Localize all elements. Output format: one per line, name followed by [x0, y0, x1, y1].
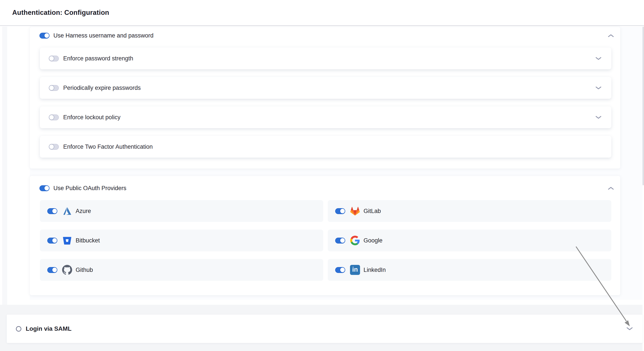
enforce-password-strength-toggle[interactable] — [49, 56, 59, 62]
provider-cell-linkedin: in LinkedIn — [328, 259, 611, 281]
row-label: Enforce lockout policy — [63, 114, 120, 121]
provider-name: Google — [364, 237, 382, 244]
toggle-knob — [49, 85, 54, 91]
toggle-knob — [49, 56, 54, 61]
toggle-knob — [52, 238, 57, 243]
toggle-knob — [44, 33, 50, 38]
chevron-down-icon — [595, 116, 602, 119]
vertical-scrollbar-thumb[interactable] — [642, 26, 644, 185]
chevron-down-icon — [595, 57, 602, 60]
provider-name: Azure — [76, 208, 91, 214]
password-auth-panel: Use Harness username and password Enforc… — [30, 27, 620, 168]
use-public-oauth-toggle[interactable] — [40, 185, 50, 191]
row-label: Enforce Two Factor Authentication — [63, 144, 153, 150]
chevron-up-icon — [608, 186, 614, 190]
oauth-master-row: Use Public OAuth Providers — [40, 182, 611, 194]
enforce-two-factor-toggle[interactable] — [49, 144, 59, 150]
google-icon — [350, 236, 360, 246]
page-title: Authentication: Configuration — [12, 9, 109, 16]
provider-cell-gitlab: GitLab — [328, 200, 611, 222]
oauth-panel-collapse-button[interactable] — [607, 185, 614, 191]
oauth-master-label: Use Public OAuth Providers — [54, 185, 126, 192]
row-expand-button[interactable] — [595, 85, 602, 91]
bitbucket-icon — [62, 236, 72, 246]
google-toggle[interactable] — [335, 238, 345, 244]
row-enforce-two-factor-authentication[interactable]: Enforce Two Factor Authentication — [40, 136, 611, 158]
saml-expand-button[interactable] — [626, 326, 633, 332]
row-enforce-password-strength[interactable]: Enforce password strength — [40, 48, 611, 69]
toggle-knob — [340, 208, 345, 214]
row-periodically-expire-passwords[interactable]: Periodically expire passwords — [40, 77, 611, 99]
github-toggle[interactable] — [47, 267, 57, 273]
password-master-label: Use Harness username and password — [54, 32, 154, 39]
chevron-up-icon — [608, 34, 614, 37]
gitlab-toggle[interactable] — [335, 208, 345, 214]
password-rule-rows: Enforce password strength Periodically e… — [40, 48, 611, 165]
left-gutter-strip — [2, 26, 7, 351]
linkedin-glyph: in — [350, 265, 360, 275]
chevron-down-icon — [626, 327, 633, 330]
bitbucket-toggle[interactable] — [47, 238, 57, 244]
gitlab-icon — [350, 206, 360, 216]
toggle-knob — [340, 238, 345, 243]
login-via-saml-row[interactable]: Login via SAML — [7, 314, 642, 343]
page-header: Authentication: Configuration — [0, 0, 644, 26]
provider-cell-azure: Azure — [40, 200, 323, 222]
toggle-knob — [49, 144, 54, 150]
row-enforce-lockout-policy[interactable]: Enforce lockout policy — [40, 106, 611, 128]
azure-icon — [62, 206, 72, 216]
saml-label: Login via SAML — [26, 325, 72, 332]
row-label: Periodically expire passwords — [63, 84, 141, 91]
linkedin-icon: in — [350, 265, 360, 275]
password-panel-collapse-button[interactable] — [607, 33, 614, 38]
provider-name: GitLab — [364, 208, 381, 214]
chevron-down-icon — [595, 86, 602, 90]
toggle-knob — [340, 267, 345, 273]
github-icon — [62, 265, 72, 275]
toggle-knob — [52, 208, 57, 214]
use-harness-password-toggle[interactable] — [40, 33, 50, 38]
row-label: Enforce password strength — [63, 55, 133, 62]
provider-name: LinkedIn — [364, 267, 386, 274]
linkedin-toggle[interactable] — [335, 267, 345, 273]
password-master-row: Use Harness username and password — [40, 30, 611, 41]
toggle-knob — [44, 186, 50, 191]
toggle-knob — [49, 115, 54, 120]
provider-name: Bitbucket — [76, 237, 100, 244]
provider-cell-bitbucket: Bitbucket — [40, 230, 323, 251]
azure-toggle[interactable] — [47, 208, 57, 214]
oauth-provider-grid: Azure GitLab — [40, 200, 611, 281]
oauth-panel: Use Public OAuth Providers Azure — [30, 176, 620, 295]
periodically-expire-passwords-toggle[interactable] — [49, 85, 59, 91]
saml-radio-button[interactable] — [16, 326, 21, 332]
enforce-lockout-policy-toggle[interactable] — [49, 114, 59, 120]
provider-name: Github — [76, 267, 93, 274]
row-expand-button[interactable] — [595, 114, 602, 120]
toggle-knob — [52, 267, 57, 273]
provider-cell-google: Google — [328, 230, 611, 251]
row-expand-button[interactable] — [595, 56, 602, 61]
provider-cell-github: Github — [40, 259, 323, 281]
